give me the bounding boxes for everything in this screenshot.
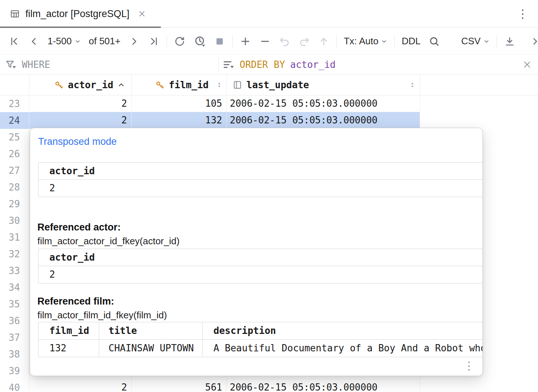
stop-button[interactable] bbox=[213, 34, 227, 48]
row-number-gutter-header bbox=[0, 74, 29, 95]
value-table-header: actor_id bbox=[38, 249, 482, 266]
grid-header-row: actor_id film_id last_update bbox=[0, 74, 538, 95]
first-page-button[interactable] bbox=[7, 34, 21, 48]
more-menu-icon[interactable]: ⋮ bbox=[517, 8, 529, 20]
row-number[interactable]: 35 bbox=[0, 296, 29, 313]
arrow-up-icon bbox=[318, 36, 330, 47]
sort-ascending-icon bbox=[117, 81, 126, 89]
film-table-header: description bbox=[202, 322, 482, 339]
close-icon[interactable] bbox=[138, 9, 146, 18]
cell-last-update[interactable]: 2006-02-15 05:05:03.000000 bbox=[227, 95, 420, 112]
row-number[interactable]: 29 bbox=[0, 196, 29, 212]
referenced-actor-title: Referenced actor: bbox=[37, 222, 121, 233]
column-header-last-update[interactable]: last_update bbox=[227, 74, 420, 95]
row-number[interactable]: 36 bbox=[0, 313, 29, 329]
order-by-field[interactable]: ORDER BY actor_id bbox=[222, 55, 335, 74]
referenced-film-title: Referenced film: bbox=[37, 296, 114, 307]
row-number[interactable]: 34 bbox=[0, 279, 29, 296]
row-number[interactable]: 31 bbox=[0, 229, 29, 246]
row-number[interactable]: 38 bbox=[0, 346, 29, 363]
table-row[interactable]: 2321052006-02-15 05:05:03.000000 bbox=[0, 95, 538, 112]
ddl-button[interactable]: DDL bbox=[400, 34, 421, 48]
table-icon bbox=[9, 8, 20, 19]
column-header-actor-id[interactable]: actor_id bbox=[29, 74, 132, 95]
last-page-button[interactable] bbox=[147, 34, 161, 48]
cell-last-update[interactable]: 2006-02-15 05:05:03.000000 bbox=[227, 379, 420, 392]
chevron-right-icon bbox=[529, 36, 538, 47]
cell-actor-id[interactable]: 2 bbox=[29, 112, 132, 129]
film-table-cell: A Beautiful Documentary of a Boy And a R… bbox=[202, 340, 482, 357]
cell-film-id[interactable]: 105 bbox=[132, 95, 227, 112]
total-rows-button[interactable]: of 501+ bbox=[88, 34, 122, 48]
close-icon[interactable] bbox=[522, 60, 532, 70]
row-number[interactable]: 23 bbox=[0, 95, 29, 112]
add-row-button[interactable] bbox=[239, 34, 252, 48]
toolbar-separator bbox=[337, 35, 337, 48]
order-by-column: actor_id bbox=[290, 59, 335, 70]
key-icon bbox=[154, 79, 165, 90]
cell-actor-id[interactable]: 2 bbox=[29, 95, 132, 112]
cell-film-id[interactable]: 132 bbox=[132, 112, 227, 129]
last-page-icon bbox=[148, 36, 160, 47]
cell-film-id[interactable]: 561 bbox=[132, 379, 227, 392]
refresh-icon bbox=[174, 36, 186, 47]
schedule-icon bbox=[193, 35, 206, 48]
export-format-selector[interactable]: CSV bbox=[460, 34, 490, 48]
value-table-cell: 2 bbox=[38, 180, 482, 197]
row-number[interactable]: 25 bbox=[0, 129, 29, 146]
value-table-header: actor_id bbox=[38, 163, 482, 180]
row-number[interactable]: 40 bbox=[0, 379, 29, 392]
row-number[interactable]: 39 bbox=[0, 363, 29, 379]
referenced-film-fkey: film_actor_film_id_fkey(film_id) bbox=[37, 310, 167, 321]
filter-icon bbox=[4, 58, 17, 71]
chevron-right-icon bbox=[129, 36, 140, 47]
toolbar-separator bbox=[497, 35, 497, 48]
cell-last-update[interactable]: 2006-02-15 05:05:03.000000 bbox=[227, 112, 420, 129]
column-label: film_id bbox=[169, 79, 209, 90]
where-keyword: WHERE bbox=[22, 59, 50, 70]
undo-button[interactable] bbox=[278, 34, 292, 48]
next-page-button[interactable] bbox=[127, 34, 141, 48]
record-details-popup: Transposed mode actor_id 2 Referenced ac… bbox=[30, 128, 483, 376]
row-number[interactable]: 27 bbox=[0, 162, 29, 179]
auto-refresh-button[interactable] bbox=[192, 34, 207, 49]
transposed-mode-link[interactable]: Transposed mode bbox=[38, 136, 117, 147]
film-table-row: 132 CHAINSAW UPTOWN A Beautiful Document… bbox=[38, 340, 482, 357]
revert-button[interactable] bbox=[297, 34, 311, 48]
delete-row-button[interactable] bbox=[258, 34, 272, 48]
film-table-header-row: film_id title description bbox=[38, 322, 482, 340]
refresh-button[interactable] bbox=[173, 34, 187, 48]
previous-page-button[interactable] bbox=[27, 34, 41, 48]
submit-button[interactable] bbox=[317, 34, 331, 48]
popup-more-icon[interactable]: ⋮ bbox=[464, 360, 474, 371]
row-number[interactable]: 37 bbox=[0, 329, 29, 346]
where-filter-field[interactable]: WHERE bbox=[4, 55, 50, 74]
referenced-film-table: film_id title description 132 CHAINSAW U… bbox=[38, 322, 482, 357]
download-icon bbox=[504, 36, 515, 47]
column-label: last_update bbox=[246, 79, 309, 90]
export-button[interactable] bbox=[503, 34, 517, 48]
row-number[interactable]: 24 bbox=[0, 112, 29, 129]
row-number[interactable]: 26 bbox=[0, 146, 29, 162]
filter-divider bbox=[218, 57, 219, 72]
toolbar-overflow-button[interactable] bbox=[528, 34, 538, 48]
cell-actor-id[interactable]: 2 bbox=[29, 379, 132, 392]
table-row[interactable]: 4025612006-02-15 05:05:03.000000 bbox=[0, 379, 538, 392]
row-number[interactable]: 30 bbox=[0, 212, 29, 229]
table-row-selected[interactable]: 2421322006-02-15 05:05:03.000000 bbox=[0, 112, 538, 129]
column-icon bbox=[232, 79, 243, 90]
column-header-film-id[interactable]: film_id bbox=[132, 74, 227, 95]
sort-icon bbox=[222, 58, 235, 71]
chevron-down-icon bbox=[483, 38, 490, 45]
row-number[interactable]: 33 bbox=[0, 262, 29, 279]
page-size-selector[interactable]: 1-500 bbox=[46, 34, 82, 48]
transaction-mode-selector[interactable]: Tx: Auto bbox=[343, 34, 388, 48]
tab-title: film_actor [PostgreSQL] bbox=[25, 8, 130, 20]
order-by-keyword: ORDER BY bbox=[240, 59, 285, 70]
value-table-cell: 2 bbox=[38, 266, 482, 283]
search-button[interactable] bbox=[427, 34, 441, 48]
sort-both-icon bbox=[409, 81, 416, 89]
row-number[interactable]: 28 bbox=[0, 179, 29, 196]
row-number[interactable]: 32 bbox=[0, 246, 29, 262]
tab-film-actor[interactable]: film_actor [PostgreSQL] bbox=[0, 0, 161, 28]
